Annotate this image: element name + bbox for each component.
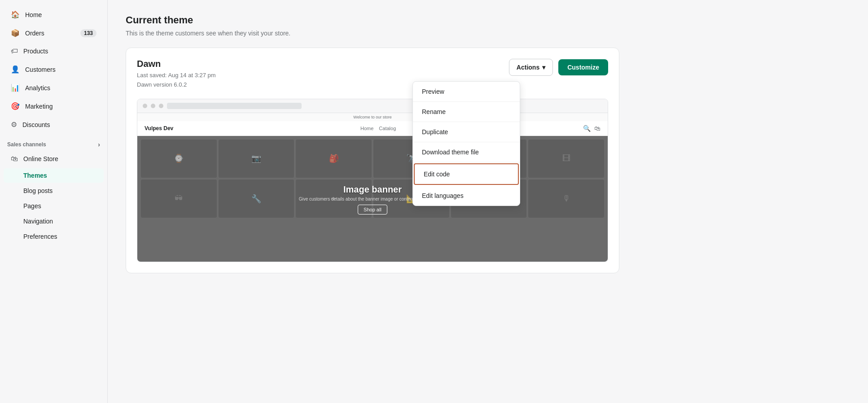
sidebar-item-products[interactable]: 🏷 Products (4, 43, 104, 60)
sidebar-sub-item-themes[interactable]: Themes (4, 168, 104, 183)
chevron-right-icon[interactable]: › (98, 141, 100, 148)
preview-image: ⌚ 📷 🎒 🔭 📸 🎞 🕶 🔧 ✒ 📐 📟 🎙 Image banner Giv… (137, 136, 608, 262)
marketing-icon: 🎯 (11, 102, 20, 110)
dropdown-chevron-icon: ▾ (542, 64, 545, 71)
preview-nav-links: Home Catalog (360, 126, 396, 131)
sidebar-orders-label: Orders (25, 30, 44, 37)
theme-preview: Welcome to our store Vulpes Dev Home Cat… (137, 99, 608, 262)
dropdown-item-duplicate[interactable]: Duplicate (413, 122, 520, 142)
theme-version: Dawn version 6.0.2 (137, 80, 216, 90)
sidebar-customers-label: Customers (25, 66, 56, 73)
grid-item-6: 🎞 (528, 140, 604, 178)
sales-channels-section: Sales channels › (0, 134, 107, 150)
theme-card-header: Dawn Last saved: Aug 14 at 3:27 pm Dawn … (137, 59, 608, 90)
main-content: Current theme This is the theme customer… (108, 0, 868, 403)
actions-button[interactable]: Actions ▾ (509, 59, 553, 76)
sidebar-home-label: Home (25, 11, 42, 18)
theme-info: Dawn Last saved: Aug 14 at 3:27 pm Dawn … (137, 59, 216, 90)
grid-item-2: 📷 (219, 140, 294, 178)
sidebar-item-home[interactable]: 🏠 Home (4, 6, 104, 23)
dropdown-edit-code-label: Edit code (424, 171, 450, 178)
sidebar-discounts-label: Discounts (22, 121, 50, 128)
dropdown-item-preview[interactable]: Preview (413, 82, 520, 102)
theme-card: Dawn Last saved: Aug 14 at 3:27 pm Dawn … (126, 48, 619, 273)
themes-label: Themes (23, 172, 47, 179)
online-store-label: Online Store (23, 155, 58, 162)
home-icon: 🏠 (11, 10, 20, 19)
sidebar-item-discounts[interactable]: ⚙ Discounts (4, 116, 104, 133)
theme-name: Dawn (137, 59, 216, 69)
sidebar-item-online-store[interactable]: 🛍 Online Store (4, 150, 104, 167)
theme-actions: Actions ▾ Customize (509, 59, 608, 76)
grid-item-8: 🔧 (219, 180, 294, 218)
page-title: Current theme (126, 14, 850, 26)
grid-item-12: 🎙 (528, 180, 604, 218)
preview-shop-all-btn: Shop all (299, 205, 447, 213)
preview-welcome-bar: Welcome to our store (137, 113, 608, 121)
online-store-icon: 🛍 (11, 155, 18, 163)
browser-url-bar (167, 103, 302, 109)
analytics-icon: 📊 (11, 83, 20, 92)
sidebar-sub-item-preferences[interactable]: Preferences (4, 229, 104, 244)
preview-nav-link-catalog: Catalog (379, 126, 396, 131)
preferences-label: Preferences (23, 233, 57, 240)
discounts-icon: ⚙ (11, 120, 17, 129)
theme-last-saved: Last saved: Aug 14 at 3:27 pm (137, 71, 216, 80)
orders-icon: 📦 (11, 29, 20, 37)
grid-item-1: ⌚ (141, 140, 217, 178)
dropdown-duplicate-label: Duplicate (422, 128, 448, 136)
sidebar-sub-item-blog-posts[interactable]: Blog posts (4, 184, 104, 198)
dropdown-preview-label: Preview (422, 88, 444, 95)
sidebar-sub-item-pages[interactable]: Pages (4, 199, 104, 213)
sidebar-marketing-label: Marketing (25, 103, 53, 110)
browser-bar (137, 99, 608, 113)
cart-icon: 🛍 (594, 125, 601, 132)
customers-icon: 👤 (11, 65, 20, 74)
actions-label: Actions (517, 64, 539, 71)
page-subtitle: This is the theme customers see when the… (126, 30, 850, 37)
sidebar-item-marketing[interactable]: 🎯 Marketing (4, 97, 104, 115)
actions-dropdown-menu: Preview Rename Duplicate Download theme … (412, 81, 520, 206)
sidebar-item-analytics[interactable]: 📊 Analytics (4, 79, 104, 96)
dropdown-item-rename[interactable]: Rename (413, 102, 520, 122)
browser-dot-3 (159, 104, 163, 108)
pages-label: Pages (23, 202, 41, 210)
preview-nav-icons: 🔍 🛍 (583, 125, 601, 132)
sidebar-products-label: Products (23, 48, 48, 55)
browser-dot-1 (143, 104, 147, 108)
navigation-label: Navigation (23, 218, 53, 225)
browser-dot-2 (151, 104, 155, 108)
search-icon: 🔍 (583, 125, 591, 132)
grid-item-3: 🎒 (296, 140, 372, 178)
sidebar-analytics-label: Analytics (25, 84, 50, 92)
sidebar-sub-item-navigation[interactable]: Navigation (4, 214, 104, 228)
grid-item-7: 🕶 (141, 180, 217, 218)
dropdown-edit-languages-label: Edit languages (422, 192, 464, 199)
preview-nav: Vulpes Dev Home Catalog 🔍 🛍 (137, 121, 608, 136)
sidebar: 🏠 Home 📦 Orders 133 🏷 Products 👤 Custome… (0, 0, 108, 403)
preview-brand: Vulpes Dev (145, 125, 173, 131)
dropdown-item-download[interactable]: Download theme file (413, 142, 520, 162)
orders-badge: 133 (80, 29, 96, 37)
preview-nav-link-home: Home (360, 126, 373, 131)
sidebar-item-orders[interactable]: 📦 Orders 133 (4, 24, 104, 42)
dropdown-item-edit-code[interactable]: Edit code (414, 163, 519, 185)
dropdown-item-edit-languages[interactable]: Edit languages (413, 186, 520, 206)
dropdown-download-label: Download theme file (422, 149, 479, 156)
customize-button[interactable]: Customize (558, 59, 608, 75)
dropdown-rename-label: Rename (422, 108, 446, 115)
products-icon: 🏷 (11, 47, 18, 55)
sidebar-item-customers[interactable]: 👤 Customers (4, 61, 104, 78)
blog-posts-label: Blog posts (23, 187, 53, 194)
sales-channels-label: Sales channels (7, 141, 46, 148)
